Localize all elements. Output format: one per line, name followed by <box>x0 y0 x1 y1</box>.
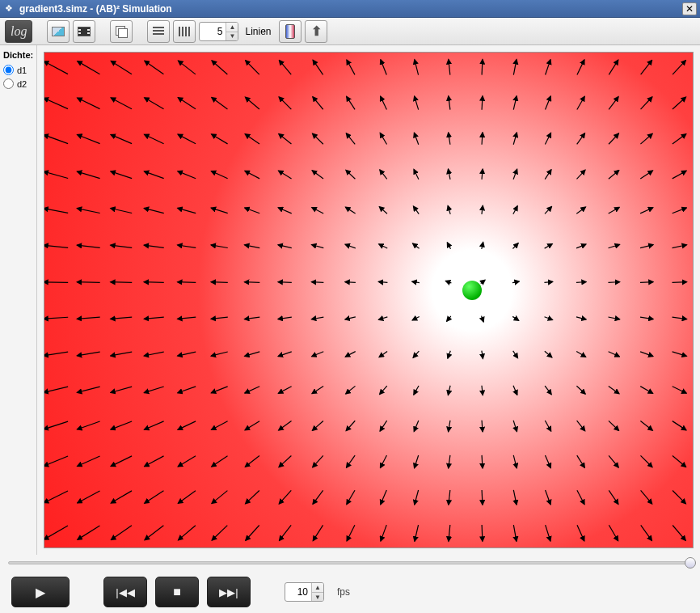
svg-line-106 <box>244 245 259 248</box>
timeline-track[interactable] <box>8 561 692 564</box>
svg-line-167 <box>278 352 292 357</box>
svg-line-81 <box>77 209 99 213</box>
svg-line-127 <box>278 282 292 283</box>
svg-line-140 <box>44 317 68 319</box>
svg-line-108 <box>311 244 323 247</box>
svg-line-35 <box>546 96 551 110</box>
svg-line-206 <box>245 421 259 430</box>
svg-line-265 <box>212 526 227 540</box>
svg-line-62 <box>111 171 132 179</box>
svg-line-277 <box>609 525 618 540</box>
svg-line-115 <box>545 244 553 249</box>
svg-line-158 <box>640 317 653 319</box>
svg-line-16 <box>577 60 584 75</box>
svg-line-200 <box>44 421 68 429</box>
svg-line-63 <box>144 171 163 179</box>
svg-line-14 <box>513 60 517 75</box>
svg-line-205 <box>211 421 227 430</box>
svg-line-94 <box>513 206 517 214</box>
image-icon <box>52 27 65 36</box>
colormap-button[interactable] <box>279 20 302 43</box>
layers-button[interactable] <box>110 20 133 43</box>
line-count-spinner[interactable]: ▲ ▼ <box>199 22 238 41</box>
svg-line-236 <box>577 455 585 467</box>
svg-line-72 <box>448 169 450 180</box>
svg-line-142 <box>111 317 133 319</box>
svg-line-210 <box>380 421 387 431</box>
hlines-button[interactable] <box>147 20 170 43</box>
spin-up-icon[interactable]: ▲ <box>312 583 323 592</box>
skip-start-button[interactable]: |◀◀ <box>103 577 147 607</box>
svg-line-173 <box>482 351 483 359</box>
svg-line-132 <box>445 281 451 282</box>
svg-line-110 <box>379 244 388 248</box>
svg-line-105 <box>211 245 228 248</box>
timeline-thumb[interactable] <box>685 557 696 569</box>
svg-line-266 <box>246 526 259 541</box>
svg-line-220 <box>44 456 68 466</box>
film-button[interactable] <box>73 20 95 43</box>
radio-d2[interactable]: d2 <box>3 78 33 89</box>
close-button[interactable]: ✕ <box>682 2 697 15</box>
svg-line-38 <box>641 97 652 109</box>
svg-line-2 <box>111 61 132 74</box>
svg-line-49 <box>346 133 355 145</box>
svg-line-98 <box>640 208 653 213</box>
svg-line-1 <box>78 61 100 74</box>
svg-line-224 <box>178 456 196 467</box>
svg-line-213 <box>482 421 483 432</box>
spin-down-icon[interactable]: ▼ <box>226 32 238 40</box>
svg-line-46 <box>245 134 259 144</box>
svg-line-159 <box>673 317 687 319</box>
radio-d1-input[interactable] <box>3 65 14 75</box>
svg-line-28 <box>313 97 323 110</box>
log-button[interactable]: log <box>5 20 32 43</box>
svg-line-95 <box>545 206 552 213</box>
svg-line-125 <box>211 282 228 283</box>
svg-line-197 <box>609 386 619 393</box>
svg-line-160 <box>44 352 68 356</box>
fps-spinner[interactable]: ▲ ▼ <box>285 582 324 602</box>
svg-line-244 <box>178 491 196 504</box>
svg-line-87 <box>278 208 292 213</box>
svg-line-202 <box>111 421 132 429</box>
svg-line-73 <box>482 169 483 180</box>
spin-down-icon[interactable]: ▼ <box>312 592 323 601</box>
image-button[interactable] <box>47 20 70 43</box>
skip-end-button[interactable]: ▶▶| <box>207 577 251 607</box>
svg-line-54 <box>513 133 517 145</box>
svg-line-235 <box>545 455 550 468</box>
svg-line-141 <box>77 317 100 319</box>
film-icon <box>78 27 91 36</box>
svg-line-252 <box>449 490 450 505</box>
fps-input[interactable] <box>285 586 311 598</box>
svg-line-144 <box>178 317 196 319</box>
svg-line-74 <box>513 169 517 179</box>
line-count-input[interactable] <box>200 26 226 37</box>
spin-up-icon[interactable]: ▲ <box>226 23 238 32</box>
svg-line-247 <box>279 490 291 504</box>
radio-d2-input[interactable] <box>3 78 14 89</box>
svg-line-6 <box>246 61 259 74</box>
svg-line-0 <box>44 61 68 74</box>
simulation-canvas[interactable] <box>44 52 694 548</box>
svg-line-113 <box>482 242 483 249</box>
svg-line-188 <box>312 387 323 394</box>
svg-line-58 <box>640 133 652 144</box>
stop-button[interactable]: ■ <box>155 577 199 607</box>
upload-button[interactable]: ⬆ <box>305 20 327 43</box>
play-button[interactable]: ▶ <box>11 577 70 607</box>
timeline-scrubber[interactable] <box>0 555 700 571</box>
svg-line-88 <box>312 208 323 213</box>
vlines-button[interactable] <box>173 20 196 43</box>
svg-line-143 <box>144 317 164 319</box>
svg-line-246 <box>246 491 259 504</box>
svg-line-138 <box>640 282 653 283</box>
svg-line-231 <box>415 455 419 468</box>
svg-line-176 <box>576 352 586 357</box>
svg-line-131 <box>412 281 420 282</box>
svg-line-60 <box>44 171 68 178</box>
svg-line-187 <box>278 387 291 394</box>
svg-line-145 <box>211 317 228 319</box>
radio-d1[interactable]: d1 <box>3 65 33 75</box>
